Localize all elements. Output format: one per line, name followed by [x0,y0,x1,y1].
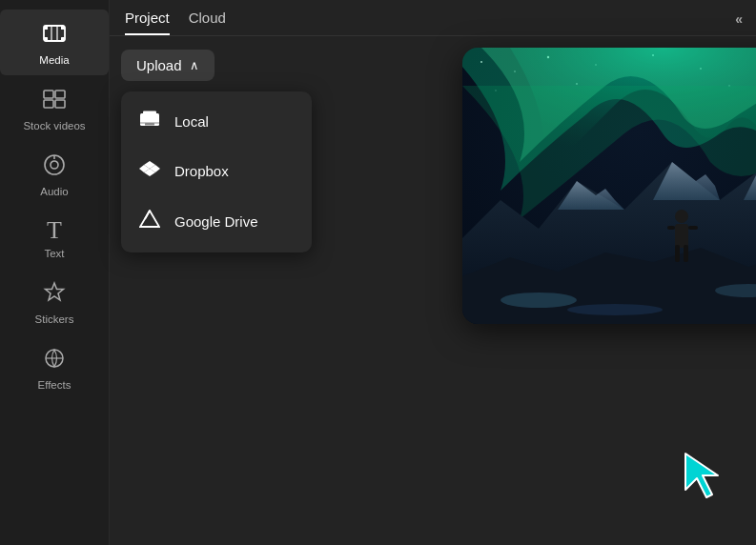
svg-rect-2 [61,26,65,30]
sidebar-item-label-media: Media [39,54,69,66]
svg-rect-18 [143,111,156,114]
sidebar-item-audio[interactable]: Audio [0,141,109,207]
dropdown-item-local[interactable]: Local [121,97,312,146]
dropdown-item-google-drive[interactable]: Google Drive [121,196,312,247]
collapse-button[interactable]: « [735,11,743,27]
cursor-arrow [682,450,729,497]
dropdown-item-dropbox-label: Dropbox [174,163,229,179]
svg-point-48 [567,304,663,315]
svg-rect-44 [667,226,675,230]
svg-point-46 [501,293,577,308]
upload-chevron-icon: ∧ [190,58,199,72]
google-drive-icon [138,210,161,233]
svg-rect-3 [44,37,48,41]
sidebar-item-label-text: Text [44,248,64,259]
sidebar-item-label-stock-videos: Stock videos [23,120,85,131]
media-icon [42,21,67,50]
upload-label: Upload [136,57,182,73]
audio-icon [42,152,67,181]
sidebar-item-label-audio: Audio [40,186,68,197]
svg-rect-43 [684,245,688,262]
main-panel: Project Cloud « Upload ∧ [110,0,756,545]
stickers-icon [42,280,67,309]
sidebar: Media Stock videos Audio T Text [0,0,110,545]
svg-point-41 [675,210,688,223]
svg-point-12 [51,161,58,169]
svg-rect-7 [44,91,53,98]
header-tabs: Project Cloud « [110,0,756,36]
dropdown-item-dropbox[interactable]: Dropbox [121,146,312,196]
sidebar-item-text[interactable]: T Text [0,207,109,269]
text-icon: T [47,218,62,243]
svg-marker-14 [46,283,64,300]
svg-rect-45 [688,226,698,230]
dropdown-menu: Local Dropbox [121,91,312,252]
sidebar-item-media[interactable]: Media [0,10,109,75]
svg-rect-4 [61,37,65,41]
svg-rect-8 [55,91,65,98]
svg-rect-42 [675,245,680,262]
stock-videos-icon [42,87,67,115]
sidebar-item-effects[interactable]: Effects [0,334,109,400]
effects-icon [42,346,67,374]
sidebar-item-label-effects: Effects [38,379,72,391]
local-icon [138,111,161,132]
dropbox-icon [138,159,161,183]
sidebar-item-label-stickers: Stickers [35,313,74,325]
sidebar-item-stickers[interactable]: Stickers [0,269,109,334]
svg-rect-9 [44,100,53,108]
svg-marker-24 [140,211,159,227]
upload-button[interactable]: Upload ∧ [121,50,215,81]
aurora-image [462,48,756,324]
dropdown-item-google-drive-label: Google Drive [174,213,258,230]
dropdown-item-local-label: Local [174,113,209,130]
svg-rect-1 [44,26,48,30]
sidebar-item-stock-videos[interactable]: Stock videos [0,75,109,141]
svg-rect-40 [675,224,688,248]
svg-rect-10 [55,100,65,108]
tab-project[interactable]: Project [125,10,170,35]
svg-line-25 [145,211,150,219]
tab-cloud[interactable]: Cloud [189,10,226,35]
